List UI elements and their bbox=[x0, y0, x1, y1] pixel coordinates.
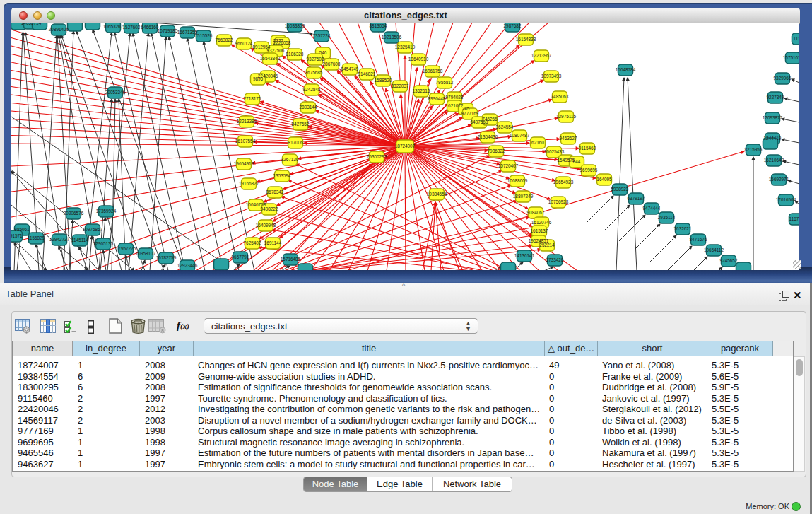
svg-text:16033809: 16033809 bbox=[285, 23, 305, 28]
svg-text:2867608: 2867608 bbox=[323, 62, 341, 66]
svg-text:25300293: 25300293 bbox=[367, 154, 387, 159]
svg-text:16648784: 16648784 bbox=[616, 67, 636, 72]
svg-text:116753: 116753 bbox=[789, 216, 799, 221]
svg-text:12325419: 12325419 bbox=[395, 45, 416, 49]
svg-text:164095: 164095 bbox=[596, 177, 612, 182]
svg-text:8215955: 8215955 bbox=[745, 147, 763, 152]
svg-text:15751074: 15751074 bbox=[783, 55, 799, 60]
svg-text:9660124: 9660124 bbox=[235, 41, 253, 46]
svg-text:10807487: 10807487 bbox=[510, 133, 530, 138]
svg-text:6379197: 6379197 bbox=[628, 196, 645, 201]
svg-text:12975115: 12975115 bbox=[556, 114, 576, 119]
svg-text:12905135: 12905135 bbox=[93, 241, 114, 246]
svg-text:18640910: 18640910 bbox=[408, 57, 429, 62]
svg-text:8813054: 8813054 bbox=[370, 23, 387, 28]
svg-text:11174: 11174 bbox=[794, 36, 799, 41]
svg-text:10958107: 10958107 bbox=[136, 251, 156, 256]
svg-text:62160: 62160 bbox=[531, 140, 544, 145]
svg-text:16543342: 16543342 bbox=[260, 56, 281, 61]
svg-text:9474444: 9474444 bbox=[643, 206, 661, 211]
svg-text:9896: 9896 bbox=[253, 76, 264, 81]
svg-text:18724007: 18724007 bbox=[395, 144, 416, 148]
svg-text:7625402: 7625402 bbox=[244, 240, 261, 245]
svg-text:1156829: 1156829 bbox=[28, 235, 45, 240]
svg-text:5938923: 5938923 bbox=[611, 187, 629, 192]
svg-text:20206576: 20206576 bbox=[64, 211, 84, 216]
svg-text:9227349: 9227349 bbox=[767, 95, 784, 100]
svg-text:12923446: 12923446 bbox=[177, 263, 198, 268]
svg-text:15692971: 15692971 bbox=[769, 177, 789, 182]
svg-text:1691144: 1691144 bbox=[264, 240, 282, 245]
svg-text:9327508: 9327508 bbox=[307, 57, 324, 62]
svg-text:985061: 985061 bbox=[14, 227, 30, 232]
svg-text:20053346: 20053346 bbox=[105, 90, 126, 95]
svg-text:19384554: 19384554 bbox=[427, 192, 447, 197]
svg-text:10719185: 10719185 bbox=[158, 28, 178, 33]
svg-text:7485063: 7485063 bbox=[551, 94, 569, 99]
svg-text:7632621: 7632621 bbox=[674, 226, 692, 231]
svg-text:1621072: 1621072 bbox=[446, 103, 464, 108]
svg-text:9657791: 9657791 bbox=[232, 255, 249, 259]
svg-text:15720407: 15720407 bbox=[498, 163, 519, 168]
svg-text:2987682: 2987682 bbox=[504, 23, 522, 28]
svg-text:18807249: 18807249 bbox=[513, 194, 534, 199]
svg-text:8454749: 8454749 bbox=[341, 66, 359, 71]
svg-text:7515526: 7515526 bbox=[195, 33, 213, 38]
svg-text:10653267: 10653267 bbox=[103, 24, 124, 29]
svg-text:10756928: 10756928 bbox=[548, 199, 569, 204]
svg-text:12093872: 12093872 bbox=[763, 115, 783, 120]
svg-text:21364436: 21364436 bbox=[478, 134, 498, 139]
svg-text:19654913: 19654913 bbox=[234, 161, 254, 166]
svg-text:8186328: 8186328 bbox=[286, 52, 304, 57]
svg-text:9699695: 9699695 bbox=[580, 168, 598, 173]
svg-text:9146821: 9146821 bbox=[358, 71, 376, 76]
svg-text:1353594: 1353594 bbox=[273, 173, 291, 178]
svg-text:16961758: 16961758 bbox=[423, 69, 443, 74]
svg-text:19166827: 19166827 bbox=[239, 181, 259, 186]
svg-text:644: 644 bbox=[573, 159, 581, 164]
svg-text:817006: 817006 bbox=[288, 140, 303, 145]
svg-text:9794028: 9794028 bbox=[446, 95, 464, 100]
svg-text:10975867: 10975867 bbox=[83, 227, 103, 232]
svg-text:9463627: 9463627 bbox=[560, 136, 577, 141]
svg-text:8427552: 8427552 bbox=[292, 122, 310, 127]
svg-text:1527602: 1527602 bbox=[123, 25, 141, 30]
svg-text:16120746: 16120746 bbox=[531, 220, 552, 225]
svg-text:7663822: 7663822 bbox=[216, 37, 233, 42]
svg-text:10688609: 10688609 bbox=[507, 178, 528, 183]
svg-text:12942737: 12942737 bbox=[49, 237, 70, 242]
svg-text:16210643: 16210643 bbox=[764, 158, 784, 163]
svg-text:8678342: 8678342 bbox=[266, 189, 284, 194]
svg-text:1588520: 1588520 bbox=[375, 78, 392, 83]
svg-text:3675685: 3675685 bbox=[305, 70, 323, 75]
svg-text:2803144: 2803144 bbox=[300, 105, 317, 110]
svg-text:15716485: 15716485 bbox=[281, 257, 301, 262]
svg-text:9777169: 9777169 bbox=[461, 111, 479, 116]
svg-text:1733426: 1733426 bbox=[546, 257, 564, 262]
svg-text:1244419: 1244419 bbox=[764, 136, 782, 141]
svg-text:2935114: 2935114 bbox=[658, 215, 676, 220]
svg-text:19218506: 19218506 bbox=[382, 35, 402, 40]
svg-text:546: 546 bbox=[319, 50, 327, 55]
svg-text:9245652: 9245652 bbox=[720, 258, 738, 263]
svg-text:12213389: 12213389 bbox=[237, 119, 257, 124]
svg-text:9329966: 9329966 bbox=[774, 76, 792, 81]
svg-text:9084067: 9084067 bbox=[527, 210, 545, 215]
svg-text:9498222: 9498222 bbox=[261, 206, 278, 211]
svg-text:9242848: 9242848 bbox=[303, 87, 321, 92]
svg-text:1615137: 1615137 bbox=[531, 228, 548, 233]
svg-text:391571: 391571 bbox=[11, 233, 23, 238]
svg-text:9115460: 9115460 bbox=[579, 146, 596, 151]
svg-text:7986322: 7986322 bbox=[488, 148, 505, 153]
svg-text:6466160: 6466160 bbox=[141, 25, 159, 30]
svg-text:17957225: 17957225 bbox=[116, 246, 136, 251]
svg-text:8471676: 8471676 bbox=[690, 237, 707, 242]
svg-text:1362615: 1362615 bbox=[413, 88, 430, 93]
svg-text:9327506: 9327506 bbox=[267, 48, 285, 53]
svg-text:2718176: 2718176 bbox=[244, 96, 261, 101]
svg-text:17359924: 17359924 bbox=[96, 209, 117, 214]
svg-text:10973493: 10973493 bbox=[541, 74, 562, 78]
svg-text:10654112: 10654112 bbox=[704, 247, 724, 252]
svg-text:252214: 252214 bbox=[539, 243, 555, 247]
svg-text:746266: 746266 bbox=[482, 117, 498, 122]
